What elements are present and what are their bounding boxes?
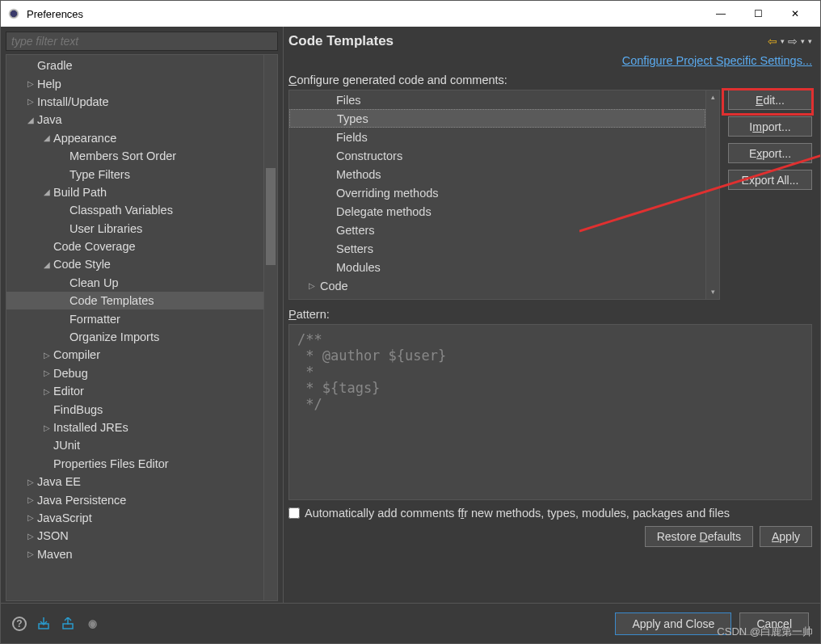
minimize-button[interactable]: —	[702, 1, 739, 27]
tree-item[interactable]: ▷Editor	[6, 382, 263, 400]
scroll-up-icon[interactable]: ▴	[706, 90, 719, 104]
tree-item[interactable]: Organize Imports	[6, 328, 263, 346]
expand-icon[interactable]: ◢	[42, 187, 52, 196]
import-prefs-icon[interactable]	[36, 617, 51, 631]
tree-item[interactable]: ▷Java EE	[6, 473, 263, 490]
expand-icon[interactable]: ▷	[26, 495, 36, 504]
tree-item[interactable]: ◢Build Path	[6, 183, 263, 201]
tree-item[interactable]: Code Coverage	[6, 238, 263, 255]
tree-item[interactable]: User Libraries	[6, 220, 263, 238]
tree-item[interactable]: Properties Files Editor	[6, 455, 263, 473]
menu-drop-icon[interactable]: ▾	[808, 37, 812, 45]
export-prefs-icon[interactable]	[61, 617, 75, 631]
expand-icon[interactable]: ▷	[309, 281, 318, 290]
edit-button[interactable]: Edit...	[728, 90, 812, 110]
window-title: Preferences	[27, 8, 702, 20]
close-button[interactable]: ✕	[777, 1, 814, 27]
template-item[interactable]: Methods	[289, 165, 705, 183]
tree-item-label: Type Filters	[69, 168, 130, 181]
scrollbar-thumb[interactable]	[266, 168, 276, 265]
tree-item-label: Clean Up	[69, 276, 118, 289]
tree-item[interactable]: ▷Debug	[6, 364, 263, 382]
tree-item[interactable]: ◢Appearance	[6, 129, 263, 147]
tree-item[interactable]: ▷Compiler	[6, 346, 263, 364]
tree-item[interactable]: ▷Install/Update	[6, 93, 263, 111]
help-icon[interactable]: ?	[12, 617, 27, 631]
back-icon[interactable]: ⇦	[768, 35, 777, 48]
tree-item[interactable]: ▷Installed JREs	[6, 419, 263, 436]
tree-item[interactable]: Members Sort Order	[6, 147, 263, 165]
export-all-button[interactable]: Export All...	[728, 170, 812, 190]
tree-item[interactable]: ▷Help	[6, 74, 263, 92]
expand-icon[interactable]: ◢	[26, 116, 36, 124]
preference-tree[interactable]: Gradle▷Help▷Install/Update◢Java◢Appearan…	[6, 55, 263, 600]
template-tree[interactable]: FilesTypesFieldsConstructorsMethodsOverr…	[288, 90, 720, 300]
import-button[interactable]: Import...	[728, 116, 812, 137]
project-settings-link[interactable]: Configure Project Specific Settings...	[622, 54, 812, 67]
filter-wrap	[6, 32, 278, 51]
tree-item-label: Gradle	[37, 59, 73, 72]
template-item[interactable]: Types	[289, 109, 705, 128]
expand-icon[interactable]: ▷	[26, 549, 36, 558]
forward-drop-icon[interactable]: ▾	[801, 37, 805, 45]
tree-item[interactable]: Code Templates	[6, 292, 263, 309]
scroll-down-icon[interactable]: ▾	[706, 285, 719, 299]
template-item[interactable]: Constructors	[289, 146, 705, 165]
template-item[interactable]: Getters	[289, 221, 705, 239]
tree-item-label: JUnit	[53, 439, 80, 452]
expand-icon[interactable]: ▷	[26, 79, 36, 88]
tree-item[interactable]: FindBugs	[6, 400, 263, 418]
expand-icon[interactable]: ◢	[42, 260, 52, 269]
expand-icon[interactable]: ▷	[26, 478, 36, 486]
tree-item[interactable]: ▷Java Persistence	[6, 490, 263, 508]
tree-item[interactable]: ◢Java	[6, 111, 263, 128]
link-row: Configure Project Specific Settings...	[288, 54, 812, 67]
template-item-label: Types	[337, 112, 368, 125]
template-item-label: Fields	[336, 131, 368, 144]
forward-icon[interactable]: ⇨	[788, 35, 798, 48]
expand-icon[interactable]: ▷	[42, 423, 52, 432]
filter-input[interactable]	[6, 32, 278, 51]
tree-item-label: JSON	[37, 529, 69, 542]
tree-scrollbar[interactable]	[263, 55, 277, 600]
template-item[interactable]: Overriding methods	[289, 183, 705, 202]
auto-comments-checkbox[interactable]	[288, 507, 300, 519]
template-item-label: Getters	[336, 224, 375, 237]
template-item[interactable]: Setters	[289, 239, 705, 258]
tree-item[interactable]: Formatter	[6, 309, 263, 327]
tree-item-label: Installed JREs	[53, 421, 128, 434]
expand-icon[interactable]: ▷	[42, 351, 52, 360]
expand-icon[interactable]: ▷	[26, 513, 36, 522]
template-item[interactable]: Files	[289, 90, 705, 109]
tree-item[interactable]: Gradle	[6, 57, 263, 74]
template-item[interactable]: Modules	[289, 258, 705, 276]
expand-icon[interactable]: ◢	[42, 133, 52, 142]
expand-icon[interactable]: ▷	[42, 387, 52, 396]
restore-defaults-button[interactable]: Restore Defaults	[645, 526, 753, 547]
back-drop-icon[interactable]: ▾	[781, 37, 785, 45]
apply-button[interactable]: Apply	[760, 526, 812, 547]
tree-item[interactable]: Type Filters	[6, 165, 263, 183]
expand-icon[interactable]: ▷	[26, 532, 36, 541]
maximize-button[interactable]: ☐	[739, 1, 777, 27]
template-item[interactable]: Fields	[289, 128, 705, 146]
footer-buttons: Apply and Close Cancel	[615, 612, 809, 635]
config-row: FilesTypesFieldsConstructorsMethodsOverr…	[288, 90, 812, 300]
page-title: Code Templates	[288, 33, 768, 49]
template-scrollbar[interactable]: ▴ ▾	[705, 90, 719, 299]
template-item[interactable]: Delegate methods	[289, 202, 705, 221]
tree-item[interactable]: ◢Code Style	[6, 255, 263, 273]
expand-icon[interactable]: ▷	[26, 97, 36, 106]
tree-item[interactable]: ▷JavaScript	[6, 509, 263, 527]
oomph-icon[interactable]: ◉	[85, 617, 99, 631]
tree-item[interactable]: JUnit	[6, 436, 263, 454]
template-item[interactable]: ▷Code	[289, 276, 705, 295]
tree-item[interactable]: ▷Maven	[6, 545, 263, 563]
tree-item[interactable]: Classpath Variables	[6, 201, 263, 219]
export-button[interactable]: Export...	[728, 143, 812, 163]
expand-icon[interactable]: ▷	[42, 368, 52, 377]
cancel-button[interactable]: Cancel	[739, 612, 809, 635]
apply-close-button[interactable]: Apply and Close	[615, 612, 731, 635]
tree-item[interactable]: ▷JSON	[6, 527, 263, 545]
tree-item[interactable]: Clean Up	[6, 274, 263, 292]
